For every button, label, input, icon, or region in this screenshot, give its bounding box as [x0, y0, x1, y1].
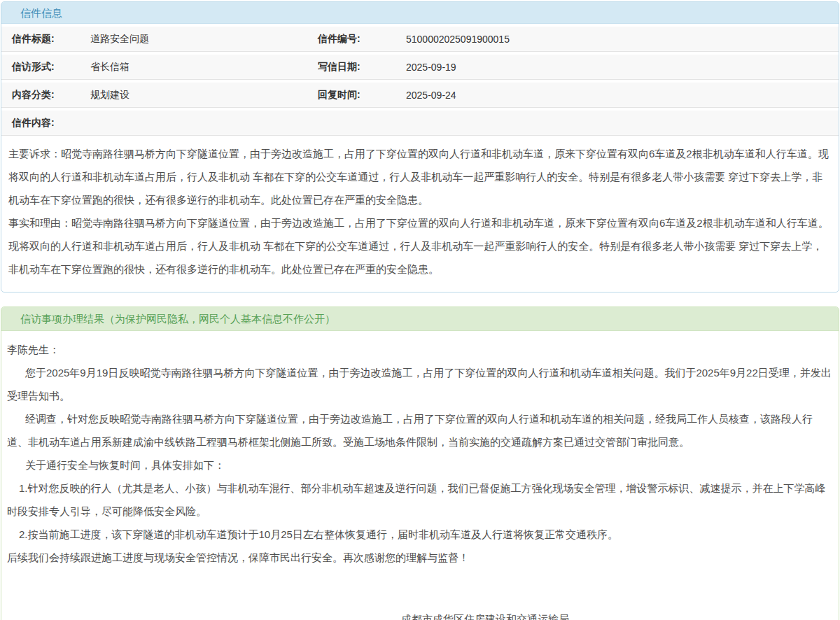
reply-paragraph-closing: 后续我们会持续跟进施工进度与现场安全管控情况，保障市民出行安全。再次感谢您的理解… [7, 546, 833, 569]
letter-info-row-category: 内容分类: 规划建设 回复时间: 2025-09-24 [1, 83, 839, 108]
reply-signature: 成都市成华区住房建设和交通运输局 2025年9月23日 [7, 607, 833, 620]
letter-title-value: 道路安全问题 [90, 33, 318, 45]
letter-info-panel: 信件信息 信件标题: 道路安全问题 信件编号: 5100002025091900… [1, 1, 839, 293]
content-category-label: 内容分类: [12, 89, 90, 101]
reply-paragraph-arrangement-intro: 关于通行安全与恢复时间，具体安排如下： [7, 453, 833, 477]
letter-number-label: 信件编号: [318, 33, 406, 45]
letter-content-body: 主要诉求：昭觉寺南路往驷马桥方向下穿隧道位置，由于旁边改造施工，占用了下穿位置的… [1, 136, 839, 292]
letter-paragraph-main-appeal: 主要诉求：昭觉寺南路往驷马桥方向下穿隧道位置，由于旁边改造施工，占用了下穿位置的… [8, 142, 832, 211]
signature-organization: 成都市成华区住房建设和交通运输局 [137, 607, 833, 620]
reply-salutation: 李陈先生： [7, 338, 833, 361]
letter-paragraph-facts-reasons: 事实和理由：昭觉寺南路往驷马桥方向下穿隧道位置，由于旁边改造施工，占用了下穿位置… [8, 211, 832, 281]
letter-info-panel-title: 信件信息 [1, 2, 839, 24]
letter-info-row-title: 信件标题: 道路安全问题 信件编号: 5100002025091900015 [1, 27, 839, 52]
handling-result-panel-title: 信访事项办理结果（为保护网民隐私，网民个人基本信息不作公开） [1, 307, 839, 331]
page: 信件信息 信件标题: 道路安全问题 信件编号: 5100002025091900… [0, 0, 840, 620]
content-category-value: 规划建设 [90, 89, 318, 101]
reply-paragraph-item-1: 1.针对您反映的行人（尤其是老人、小孩）与非机动车混行、部分非机动车超速及逆行问… [7, 477, 833, 523]
handling-result-body: 李陈先生： 您于2025年9月19日反映昭觉寺南路往驷马桥方向下穿隧道位置，由于… [1, 331, 839, 620]
reply-time-value: 2025-09-24 [406, 90, 839, 101]
letter-info-row-channel: 信访形式: 省长信箱 写信日期: 2025-09-19 [1, 55, 839, 80]
letter-number-value: 5100002025091900015 [406, 34, 839, 45]
reply-paragraph-item-2: 2.按当前施工进度，该下穿隧道的非机动车道预计于10月25日左右整体恢复通行，届… [7, 523, 833, 546]
handling-result-panel: 信访事项办理结果（为保护网民隐私，网民个人基本信息不作公开） 李陈先生： 您于2… [1, 307, 839, 620]
letter-content-label: 信件内容: [12, 117, 55, 129]
write-date-label: 写信日期: [318, 61, 406, 73]
petition-form-value: 省长信箱 [90, 61, 318, 73]
letter-content-label-row: 信件内容: [1, 111, 839, 136]
write-date-value: 2025-09-19 [406, 62, 839, 73]
reply-time-label: 回复时间: [318, 89, 406, 101]
letter-title-label: 信件标题: [12, 33, 90, 45]
reply-paragraph-investigation: 经调查，针对您反映昭觉寺南路往驷马桥方向下穿隧道位置，由于旁边改造施工，占用了下… [7, 407, 833, 453]
petition-form-label: 信访形式: [12, 61, 90, 73]
reply-paragraph-receipt: 您于2025年9月19日反映昭觉寺南路往驷马桥方向下穿隧道位置，由于旁边改造施工… [7, 361, 833, 407]
